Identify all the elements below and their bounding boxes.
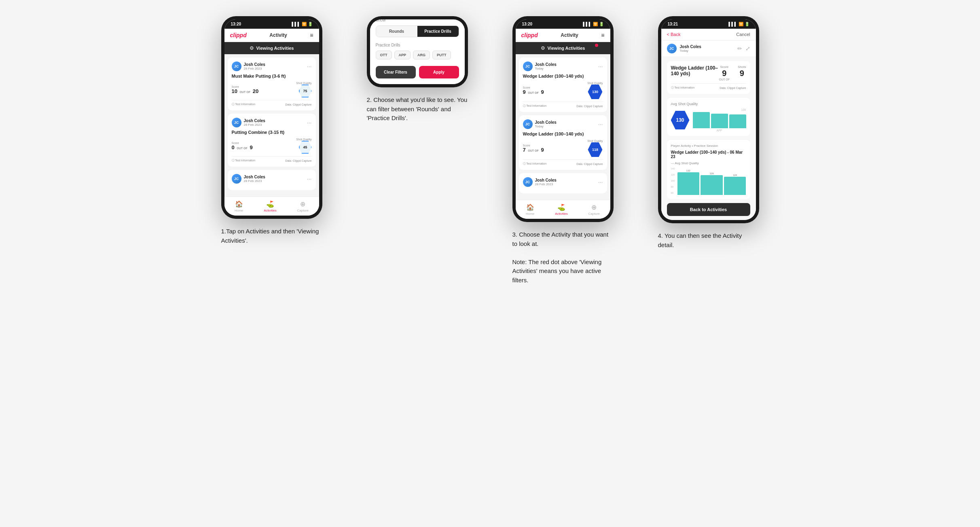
activity-title-3-1: Wedge Ladder (100–140 yds) [523, 74, 603, 78]
more-dots-3-2[interactable]: ··· [598, 121, 603, 127]
more-dots-1-2[interactable]: ··· [307, 119, 312, 126]
back-button-4[interactable]: < Back [667, 32, 681, 37]
cancel-button-4[interactable]: Cancel [736, 32, 750, 37]
detail-footer-right: Data: Clippd Capture [720, 87, 746, 89]
phone-section-2: 13:21 ▌▌▌ 🛜 🔋 clippd Activity ≡ ⚙ [353, 16, 482, 123]
user-info-3-3: JC Josh Coles 28 Feb 2023 [523, 177, 557, 187]
more-dots-1-1[interactable]: ··· [307, 63, 312, 70]
menu-icon-1[interactable]: ≡ [310, 32, 313, 38]
red-dot-3 [595, 44, 598, 47]
sq-badge-large-4: 130 [671, 111, 690, 129]
status-time-3: 13:20 [522, 22, 533, 26]
session-bar-fill-3 [724, 177, 746, 195]
user-name-4: Josh Coles [680, 44, 701, 49]
status-icons-3: ▌▌▌ 🛜 🔋 [583, 22, 603, 26]
card-header-1-2: JC Josh Coles 28 Feb 2023 ··· [232, 118, 312, 127]
more-dots-1-3[interactable]: ··· [307, 176, 312, 182]
description-3: 3. Choose the Activity that you want to … [512, 230, 614, 285]
back-to-activities-button[interactable]: Back to Activities [667, 203, 750, 216]
app-title-1: Activity [269, 32, 287, 38]
phone-frame-3: 13:20 ▌▌▌ 🛜 🔋 clippd Activity ≡ ⚙ [512, 16, 614, 222]
footer-right-1-1: Data: Clippd Capture [285, 103, 311, 106]
banner-1[interactable]: ⚙ Viewing Activities [224, 42, 319, 54]
wifi-icon-4: 🛜 [739, 22, 743, 26]
card-footer-3-1: ⓘ Test Information Data: Clippd Capture [523, 102, 603, 108]
apply-button[interactable]: Apply [419, 66, 459, 78]
avg-sq-section: Avg Shot Quality 130 100 [667, 98, 750, 136]
sq-label-3-1: Shot Quality [587, 82, 603, 85]
expand-icon-4[interactable]: ⤢ [745, 45, 750, 52]
score-label-1-1: Score [232, 85, 259, 88]
drill-tag-app[interactable]: APP [394, 51, 411, 59]
nav-activities-label-1: Activities [264, 209, 277, 212]
activity-card-3-2[interactable]: JC Josh Coles Today ··· Wedge Ladder (10… [519, 115, 607, 170]
activity-card-1-1[interactable]: JC Josh Coles 28 Feb 2023 ··· Must Make … [228, 57, 316, 110]
phone-section-1: 13:20 ▌▌▌ 🛜 🔋 clippd Activity ≡ ⚙ [207, 16, 337, 245]
user-info-1-3: JC Josh Coles 28 Feb 2023 [232, 174, 265, 184]
edit-icon-4[interactable]: ✏ [737, 45, 742, 52]
clear-filters-button[interactable]: Clear Filters [376, 66, 416, 78]
session-bar-fill-1 [677, 172, 700, 195]
signal-icon: ▌▌▌ [292, 22, 300, 26]
nav-home-1[interactable]: 🏠 Home [235, 200, 243, 212]
detail-footer-4: ⓘ Test Information Data: Clippd Capture [671, 83, 746, 90]
menu-icon-3[interactable]: ≡ [601, 32, 604, 38]
more-dots-3-3[interactable]: ··· [598, 179, 603, 185]
activity-title-1-1: Must Make Putting (3-6 ft) [232, 74, 312, 78]
activity-title-1-2: Putting Combine (3-15 ft) [232, 130, 312, 135]
card-header-3-2: JC Josh Coles Today ··· [523, 119, 603, 129]
toggle-practice-drills[interactable]: Practice Drills [417, 26, 459, 37]
user-date-1-3: 28 Feb 2023 [244, 179, 265, 183]
activities-icon-3: ⛳ [557, 203, 565, 211]
card-footer-1-2: ⓘ Test Information Data: Clippd Capture [232, 156, 312, 163]
detail-score-sub: OUT OF [719, 78, 730, 81]
session-title: Wedge Ladder (100–140 yds) - 06 Mar 23 [671, 150, 746, 159]
filter-drills-label: Practice Drills [376, 43, 459, 47]
filter-show-label: Show [376, 19, 459, 22]
phone-frame-2: 13:21 ▌▌▌ 🛜 🔋 clippd Activity ≡ ⚙ [367, 16, 468, 87]
banner-3[interactable]: ⚙ Viewing Activities [516, 42, 610, 54]
drill-tag-putt[interactable]: PUTT [432, 51, 451, 59]
sq-label-1-2: Shot Quality [296, 138, 311, 141]
user-info-1-2: JC Josh Coles 28 Feb 2023 [232, 118, 265, 127]
footer-left-3-1: ⓘ Test Information [523, 104, 547, 108]
activity-list-1: JC Josh Coles 28 Feb 2023 ··· Must Make … [224, 54, 319, 197]
drill-tags-row: OTT APP ARG PUTT [376, 51, 459, 59]
user-name-3-2: Josh Coles [535, 120, 557, 125]
status-bar-3: 13:20 ▌▌▌ 🛜 🔋 [516, 19, 610, 29]
drill-tag-arg[interactable]: ARG [413, 51, 430, 59]
status-icons-4: ▌▌▌ 🛜 🔋 [728, 22, 749, 26]
activity-card-3-1[interactable]: JC Josh Coles Today ··· Wedge Ladder (10… [519, 57, 607, 112]
more-dots-3-1[interactable]: ··· [598, 63, 603, 70]
activity-card-3-3[interactable]: JC Josh Coles 28 Feb 2023 ··· [519, 173, 607, 193]
activity-card-1-2[interactable]: JC Josh Coles 28 Feb 2023 ··· Putting Co… [228, 114, 316, 167]
detail-user-info-4: JC Josh Coles Today [667, 44, 701, 53]
sq-badge-3-1: 130 [588, 85, 602, 99]
user-info-3-1: JC Josh Coles Today [523, 61, 557, 71]
user-name-1-1: Josh Coles [244, 62, 265, 67]
drill-tag-ott[interactable]: OTT [376, 51, 392, 59]
banner-label-3: Viewing Activities [548, 46, 585, 51]
signal-icon-4: ▌▌▌ [728, 22, 737, 26]
phone-frame-4: 13:21 ▌▌▌ 🛜 🔋 < Back Cancel JC [658, 16, 759, 223]
nav-home-3[interactable]: 🏠 Home [526, 203, 534, 216]
nav-capture-1[interactable]: ⊕ Capture [297, 200, 309, 212]
card-footer-1-1: ⓘ Test Information Data: Clippd Capture [232, 100, 312, 106]
nav-activities-3[interactable]: ⛳ Activities [555, 203, 568, 216]
detail-footer-left: ⓘ Test Information [671, 86, 695, 90]
user-name-1-3: Josh Coles [244, 175, 265, 179]
score-label-3-2: Score [523, 144, 544, 147]
user-info-3-2: JC Josh Coles Today [523, 119, 557, 129]
toggle-rounds[interactable]: Rounds [376, 26, 417, 37]
wifi-icon-3: 🛜 [593, 22, 598, 26]
filter-toggle-row: Rounds Practice Drills [376, 25, 459, 37]
detail-shots-value: 9 [738, 69, 746, 78]
nav-activities-1[interactable]: ⛳ Activities [264, 200, 277, 212]
detail-score-label: Score [719, 65, 730, 69]
avatar-1-3: JC [232, 174, 241, 184]
activity-card-1-3[interactable]: JC Josh Coles 28 Feb 2023 ··· [228, 170, 316, 190]
phone-section-3: 13:20 ▌▌▌ 🛜 🔋 clippd Activity ≡ ⚙ [498, 16, 628, 285]
session-chart-y: 1401201008060 [671, 167, 675, 195]
sq-label-3-2: Shot Quality [587, 140, 603, 142]
nav-capture-3[interactable]: ⊕ Capture [588, 203, 600, 216]
